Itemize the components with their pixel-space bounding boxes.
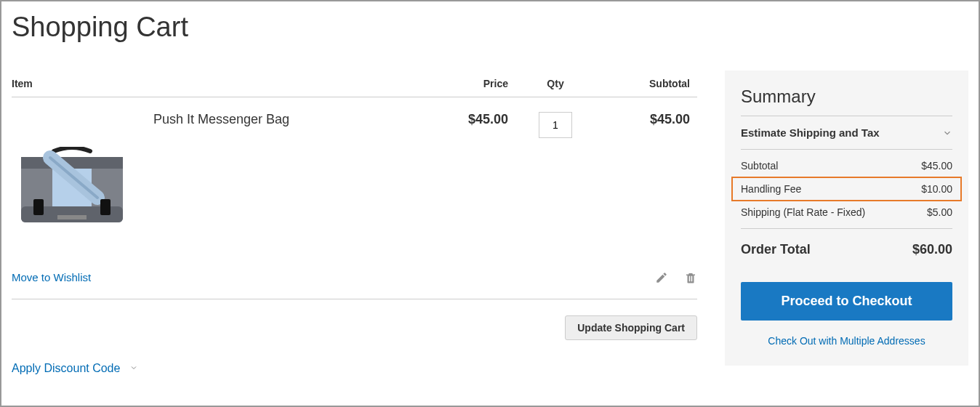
- product-image[interactable]: [12, 126, 132, 246]
- svg-rect-6: [33, 199, 44, 215]
- chevron-down-icon: [129, 363, 138, 372]
- discount-link-label: Apply Discount Code: [12, 362, 120, 374]
- svg-rect-7: [100, 199, 111, 215]
- item-actions-row: Move to Wishlist: [12, 246, 697, 299]
- summary-value: $5.00: [927, 206, 952, 218]
- order-total-label: Order Total: [741, 242, 811, 257]
- move-to-wishlist-link[interactable]: Move to Wishlist: [12, 271, 91, 283]
- summary-label: Subtotal: [741, 160, 778, 172]
- qty-input[interactable]: [539, 112, 572, 138]
- item-subtotal: $45.00: [603, 97, 697, 247]
- estimate-shipping-toggle[interactable]: Estimate Shipping and Tax: [741, 116, 952, 150]
- update-cart-button[interactable]: Update Shopping Cart: [565, 315, 697, 340]
- estimate-label: Estimate Shipping and Tax: [741, 126, 880, 139]
- summary-value: $45.00: [921, 160, 952, 172]
- cart-actions: Update Shopping Cart: [12, 299, 697, 340]
- header-subtotal: Subtotal: [603, 70, 697, 97]
- cart-column: Item Price Qty Subtotal: [12, 70, 697, 375]
- proceed-to-checkout-button[interactable]: Proceed to Checkout: [741, 282, 952, 321]
- apply-discount-link[interactable]: Apply Discount Code: [12, 362, 138, 374]
- summary-value: $10.00: [921, 183, 952, 195]
- product-name[interactable]: Push It Messenger Bag: [153, 112, 289, 246]
- header-qty: Qty: [508, 70, 603, 97]
- summary-label: Handling Fee: [741, 183, 801, 195]
- summary-label: Shipping (Flat Rate - Fixed): [741, 206, 865, 218]
- order-total-value: $60.00: [912, 242, 952, 257]
- trash-icon[interactable]: [684, 271, 697, 287]
- item-price: $45.00: [414, 97, 508, 247]
- multiple-addresses-link[interactable]: Check Out with Multiple Addresses: [741, 335, 952, 347]
- cart-item-row: Push It Messenger Bag $45.00 $45.00: [12, 97, 697, 247]
- svg-rect-8: [57, 215, 87, 219]
- chevron-down-icon: [942, 128, 952, 138]
- page-title: Shopping Cart: [12, 12, 968, 43]
- header-item: Item: [12, 70, 414, 97]
- cart-table: Item Price Qty Subtotal: [12, 70, 697, 299]
- edit-icon[interactable]: [655, 271, 668, 287]
- summary-row-shipping: Shipping (Flat Rate - Fixed) $5.00: [741, 201, 952, 229]
- summary-row-handling-fee: Handling Fee $10.00: [732, 177, 961, 201]
- summary-title: Summary: [741, 86, 952, 116]
- summary-panel: Summary Estimate Shipping and Tax Subtot…: [725, 70, 968, 366]
- header-price: Price: [414, 70, 508, 97]
- order-total-row: Order Total $60.00: [741, 229, 952, 262]
- summary-row-subtotal: Subtotal $45.00: [741, 150, 952, 177]
